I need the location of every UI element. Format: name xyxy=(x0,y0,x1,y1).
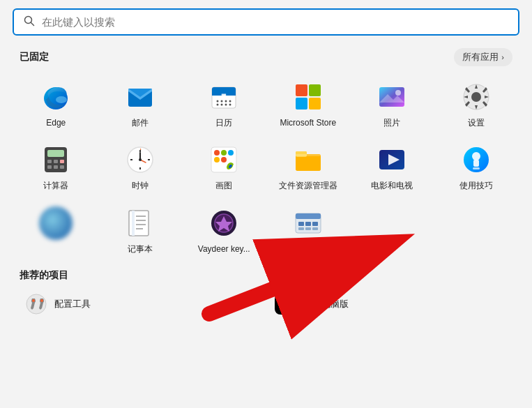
svg-point-25 xyxy=(395,90,401,96)
notepad-icon xyxy=(123,206,157,240)
svg-rect-75 xyxy=(312,222,318,226)
settings-icon xyxy=(459,80,493,114)
app-item-tips[interactable]: 使用技巧 xyxy=(434,136,519,196)
settings-label: 设置 xyxy=(468,118,485,128)
svg-rect-21 xyxy=(296,98,307,109)
pinned-section-header: 已固定 所有应用 › xyxy=(20,48,512,66)
tips-label: 使用技巧 xyxy=(459,181,493,190)
app-item-photos[interactable]: 照片 xyxy=(350,73,434,133)
tips-icon xyxy=(459,143,493,176)
edge-label: Edge xyxy=(46,118,66,128)
svg-rect-33 xyxy=(47,165,52,169)
calendar-icon: ▦ xyxy=(207,80,241,114)
app-item-blur[interactable] xyxy=(14,199,98,259)
svg-point-3 xyxy=(56,96,67,103)
clock-label: 时钟 xyxy=(132,181,149,190)
filemanager-icon xyxy=(291,143,325,176)
svg-rect-35 xyxy=(60,165,64,169)
app-item-clock[interactable]: 时钟 xyxy=(98,136,183,196)
app-item-settings[interactable]: 设置 xyxy=(434,73,519,133)
mail-icon xyxy=(123,80,157,114)
svg-rect-22 xyxy=(309,98,321,109)
rec-item-config[interactable]: 配置工具 xyxy=(20,289,264,319)
svg-point-16 xyxy=(221,104,223,106)
calculator-icon xyxy=(39,143,73,176)
calculator-label: 计算器 xyxy=(43,181,68,190)
douyin-label: 抖音电脑版 xyxy=(303,298,349,310)
svg-rect-60 xyxy=(473,160,479,167)
movies-icon xyxy=(375,143,409,176)
svg-rect-20 xyxy=(309,84,321,96)
app-item-calendar[interactable]: ▦ 日历 xyxy=(182,73,266,133)
svg-point-50 xyxy=(221,157,227,163)
svg-rect-76 xyxy=(298,227,304,230)
config-label: 配置工具 xyxy=(54,298,91,310)
app-item-msstore[interactable]: Microsoft Store xyxy=(266,73,351,133)
blur-app-icon xyxy=(39,206,73,240)
svg-line-1 xyxy=(31,23,34,26)
svg-rect-34 xyxy=(54,165,58,169)
all-apps-button[interactable]: 所有应用 › xyxy=(454,48,512,66)
svg-point-79 xyxy=(26,294,46,314)
svg-point-12 xyxy=(221,100,223,103)
mail-label: 邮件 xyxy=(132,118,149,128)
svg-point-80 xyxy=(32,299,35,302)
svg-point-44 xyxy=(139,158,142,161)
config-icon xyxy=(25,293,47,315)
svg-point-59 xyxy=(472,152,480,160)
paint-icon xyxy=(207,143,241,176)
app-item-movies[interactable]: 电影和电视 xyxy=(350,136,434,196)
svg-rect-55 xyxy=(296,154,321,156)
search-icon xyxy=(24,15,35,29)
calendar-label: 日历 xyxy=(215,118,232,128)
chevron-icon: › xyxy=(501,53,504,61)
rec-item-douyin[interactable]: 抖音电脑版 xyxy=(268,289,513,319)
svg-rect-32 xyxy=(60,160,64,163)
svg-rect-73 xyxy=(298,222,304,226)
svg-point-48 xyxy=(228,150,234,156)
svg-point-81 xyxy=(40,299,43,302)
svg-rect-19 xyxy=(296,84,307,96)
svg-rect-72 xyxy=(296,213,321,219)
app-item-paint[interactable]: 画图 xyxy=(182,136,266,196)
svg-point-14 xyxy=(229,100,231,103)
app-item-controlpanel[interactable]: 控制面板 xyxy=(266,199,351,259)
paint-label: 画图 xyxy=(215,181,232,190)
clock-icon xyxy=(123,143,157,176)
svg-rect-29 xyxy=(47,150,64,157)
recommended-grid: 配置工具 抖音电脑版 xyxy=(20,289,512,319)
photos-icon xyxy=(375,80,409,114)
svg-rect-78 xyxy=(312,227,318,230)
svg-text:▦: ▦ xyxy=(221,93,227,99)
svg-point-47 xyxy=(221,150,227,156)
svg-rect-74 xyxy=(305,222,311,226)
filemanager-label: 文件资源管理器 xyxy=(279,181,337,190)
photos-label: 照片 xyxy=(383,118,400,128)
svg-rect-31 xyxy=(54,160,58,163)
app-grid: Edge 邮件 ▦ xyxy=(14,73,518,259)
app-item-calculator[interactable]: 计算器 xyxy=(14,136,98,196)
svg-rect-63 xyxy=(132,211,135,236)
app-item-notepad[interactable]: 记事本 xyxy=(98,199,183,259)
app-item-vaydeer[interactable]: Vaydeer key... xyxy=(182,199,266,259)
app-item-filemanager[interactable]: 文件资源管理器 xyxy=(266,136,351,196)
movies-label: 电影和电视 xyxy=(371,181,413,190)
svg-rect-23 xyxy=(379,87,404,107)
recommended-section: 推荐的项目 配置工具 xyxy=(20,269,512,319)
svg-point-17 xyxy=(225,104,227,106)
search-bar[interactable] xyxy=(13,8,519,36)
msstore-icon xyxy=(291,80,325,114)
pinned-title: 已固定 xyxy=(20,51,49,63)
vaydeer-icon xyxy=(207,206,241,240)
controlpanel-icon xyxy=(291,206,325,240)
svg-rect-30 xyxy=(47,160,52,163)
douyin-icon xyxy=(274,293,296,315)
svg-point-18 xyxy=(229,104,231,106)
controlpanel-label: 控制面板 xyxy=(291,244,325,254)
app-item-edge[interactable]: Edge xyxy=(14,73,98,133)
svg-point-11 xyxy=(217,100,219,103)
app-item-mail[interactable]: 邮件 xyxy=(98,73,183,133)
svg-rect-77 xyxy=(305,227,311,230)
search-input[interactable] xyxy=(42,16,508,28)
svg-point-13 xyxy=(225,100,227,103)
